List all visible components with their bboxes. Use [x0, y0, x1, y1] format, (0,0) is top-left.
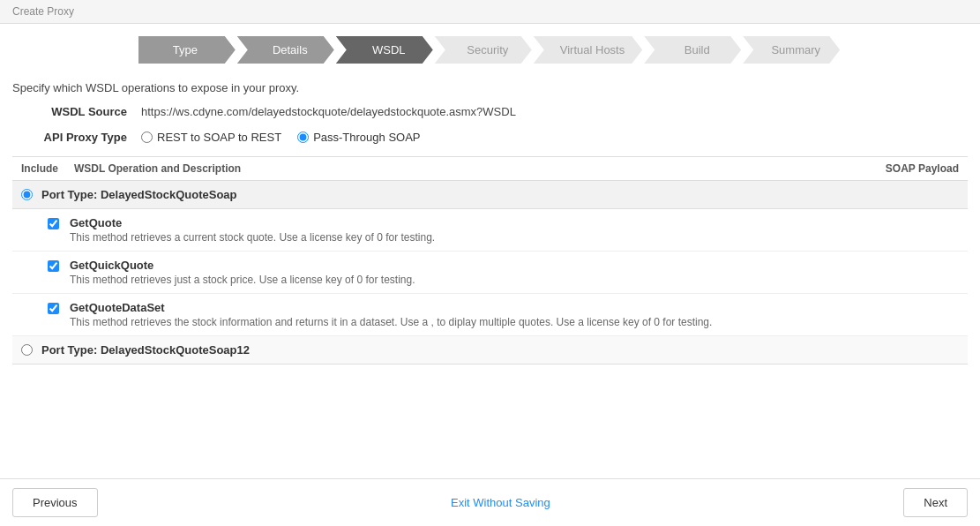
op-name-getquotedataset: GetQuoteDataSet — [70, 301, 959, 314]
radio-pass-through-label: Pass-Through SOAP — [313, 131, 420, 144]
op-checkbox-getquotedataset[interactable] — [48, 303, 59, 314]
api-proxy-type-row: API Proxy Type REST to SOAP to REST Pass… — [12, 131, 968, 144]
col-include-header: Include — [21, 162, 74, 175]
operation-row-getquote: GetQuote This method retrieves a current… — [12, 209, 968, 252]
col-soap-payload-header: SOAP Payload — [853, 162, 959, 175]
op-desc-getquotedataset: This method retrieves the stock informat… — [70, 316, 959, 328]
operation-row-getquotedataset: GetQuoteDataSet This method retrieves th… — [12, 294, 968, 336]
step-details-label[interactable]: Details — [237, 36, 334, 64]
wizard-steps: Type Details WSDL Security Virtual Hosts… — [138, 36, 842, 64]
op-name-getquickquote: GetQuickQuote — [70, 259, 959, 272]
op-desc-getquickquote: This method retrieves just a stock price… — [70, 274, 959, 286]
op-checkbox-getquickquote[interactable] — [48, 260, 59, 272]
step-security[interactable]: Security — [435, 36, 534, 64]
port-type-radio-1[interactable] — [21, 189, 33, 200]
radio-rest-to-soap[interactable]: REST to SOAP to REST — [141, 131, 281, 144]
subtitle: Specify which WSDL operations to expose … — [12, 72, 968, 105]
wsdl-source-row: WSDL Source https://ws.cdyne.com/delayed… — [12, 105, 968, 118]
api-proxy-type-label: API Proxy Type — [12, 131, 127, 144]
operation-row-getquickquote: GetQuickQuote This method retrieves just… — [12, 252, 968, 294]
main-content: Specify which WSDL operations to expose … — [0, 72, 980, 478]
step-build-label[interactable]: Build — [644, 36, 741, 64]
previous-button[interactable]: Previous — [12, 488, 98, 517]
next-button[interactable]: Next — [903, 488, 968, 517]
wsdl-source-value: https://ws.cdyne.com/delayedstockquote/d… — [141, 105, 516, 118]
port-type-row-2[interactable]: Port Type: DelayedStockQuoteSoap12 — [12, 336, 968, 364]
port-type-label-2: Port Type: DelayedStockQuoteSoap12 — [41, 343, 250, 357]
page-title: Create Proxy — [12, 5, 74, 18]
col-operation-header: WSDL Operation and Description — [74, 162, 853, 175]
footer: Previous Exit Without Saving Next — [0, 478, 980, 526]
op-desc-getquote: This method retrieves a current stock qu… — [70, 231, 959, 244]
radio-rest-to-soap-input[interactable] — [141, 132, 153, 143]
exit-button[interactable]: Exit Without Saving — [451, 496, 550, 509]
radio-rest-to-soap-label: REST to SOAP to REST — [157, 131, 281, 144]
port-type-radio-2[interactable] — [21, 344, 33, 356]
step-summary-label[interactable]: Summary — [743, 36, 840, 64]
step-wsdl-label[interactable]: WSDL — [336, 36, 433, 64]
step-summary[interactable]: Summary — [743, 36, 842, 64]
op-details-getquote: GetQuote This method retrieves a current… — [70, 216, 959, 244]
radio-pass-through-input[interactable] — [297, 132, 309, 143]
port-type-label-1: Port Type: DelayedStockQuoteSoap — [41, 188, 237, 201]
op-details-getquotedataset: GetQuoteDataSet This method retrieves th… — [70, 301, 959, 328]
step-type-label[interactable]: Type — [138, 36, 236, 64]
step-build[interactable]: Build — [644, 36, 743, 64]
step-virtual-hosts-label[interactable]: Virtual Hosts — [534, 36, 642, 64]
op-name-getquote: GetQuote — [70, 216, 959, 229]
op-details-getquickquote: GetQuickQuote This method retrieves just… — [70, 259, 959, 286]
step-virtual-hosts[interactable]: Virtual Hosts — [534, 36, 644, 64]
step-security-label[interactable]: Security — [435, 36, 532, 64]
header-bar: Create Proxy — [0, 0, 980, 24]
step-wsdl[interactable]: WSDL — [336, 36, 435, 64]
step-details[interactable]: Details — [237, 36, 336, 64]
wizard-container: Type Details WSDL Security Virtual Hosts… — [0, 24, 980, 72]
wsdl-source-label: WSDL Source — [12, 105, 127, 118]
step-type[interactable]: Type — [138, 36, 237, 64]
radio-group: REST to SOAP to REST Pass-Through SOAP — [141, 131, 421, 144]
port-type-row-1[interactable]: Port Type: DelayedStockQuoteSoap — [12, 181, 968, 209]
op-checkbox-getquote[interactable] — [48, 218, 59, 229]
radio-pass-through[interactable]: Pass-Through SOAP — [297, 131, 420, 144]
table-header: Include WSDL Operation and Description S… — [12, 156, 968, 181]
